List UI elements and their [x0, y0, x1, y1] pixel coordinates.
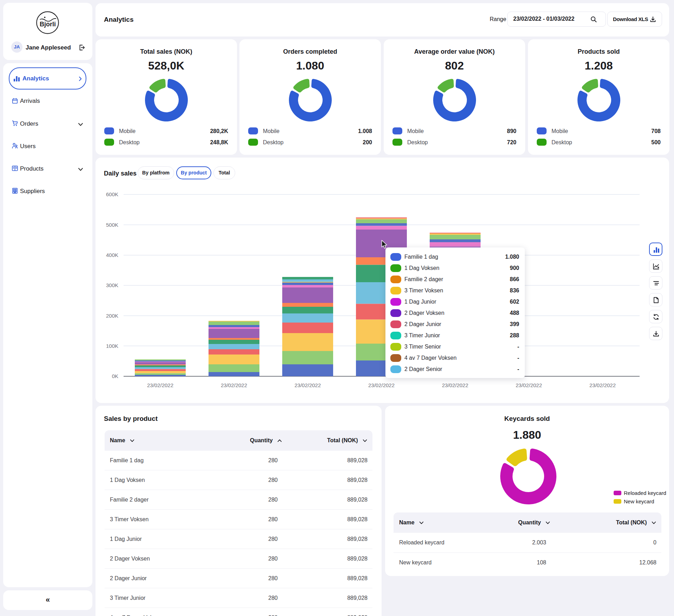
svg-text:0K: 0K	[112, 373, 118, 379]
svg-text:23/02/2022: 23/02/2022	[516, 382, 542, 388]
svg-text:600K: 600K	[106, 191, 118, 197]
svg-text:23/02/2022: 23/02/2022	[589, 382, 616, 388]
svg-text:300K: 300K	[106, 282, 118, 288]
svg-text:23/02/2022: 23/02/2022	[442, 382, 468, 388]
svg-text:23/02/2022: 23/02/2022	[147, 382, 173, 388]
svg-text:Bjorli: Bjorli	[40, 21, 56, 28]
svg-text:23/02/2022: 23/02/2022	[221, 382, 247, 388]
svg-text:200K: 200K	[106, 313, 118, 319]
svg-text:500K: 500K	[106, 222, 118, 228]
svg-text:400K: 400K	[106, 252, 118, 258]
svg-text:100K: 100K	[106, 343, 118, 349]
svg-text:23/02/2022: 23/02/2022	[368, 382, 395, 388]
svg-text:23/02/2022: 23/02/2022	[295, 382, 321, 388]
